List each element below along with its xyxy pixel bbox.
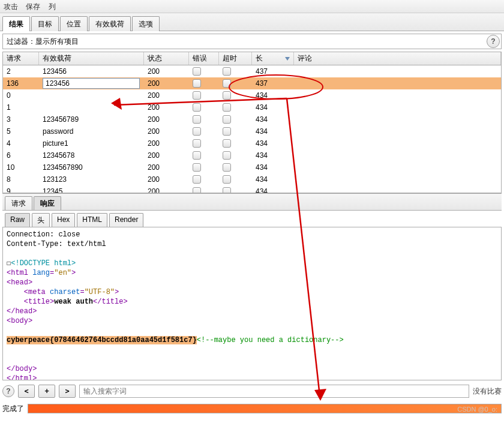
cell-status: 200	[144, 77, 189, 89]
error-checkbox[interactable]	[193, 67, 201, 76]
timeout-checkbox[interactable]	[223, 67, 231, 76]
timeout-checkbox[interactable]	[223, 163, 231, 172]
payload-input[interactable]	[43, 78, 140, 89]
status-label: 完成了	[2, 404, 24, 414]
error-checkbox[interactable]	[193, 139, 201, 148]
cell-comment	[294, 89, 501, 101]
timeout-checkbox[interactable]	[223, 139, 231, 148]
error-checkbox[interactable]	[193, 127, 201, 136]
search-add-button[interactable]: +	[38, 385, 55, 398]
timeout-checkbox[interactable]	[223, 151, 231, 160]
error-checkbox[interactable]	[193, 163, 201, 172]
error-checkbox[interactable]	[193, 79, 201, 88]
col-length[interactable]: 长	[252, 52, 294, 65]
table-body[interactable]: 2123456200437136200437020043412004343123…	[3, 65, 501, 193]
table-row[interactable]: 2123456200437	[3, 65, 501, 77]
cell-request: 2	[3, 65, 39, 77]
cell-payload: 1234567890	[39, 161, 144, 173]
table-row[interactable]: 5password200434	[3, 125, 501, 137]
req-resp-tabs: 请求 响应	[2, 193, 502, 211]
search-input[interactable]	[79, 385, 469, 398]
html-open: <html lang="en">	[7, 269, 76, 277]
timeout-checkbox[interactable]	[223, 175, 231, 184]
cell-request: 5	[3, 125, 39, 137]
response-raw[interactable]: Connection: close Content-Type: text/htm…	[2, 227, 502, 380]
table-row[interactable]: 912345200434	[3, 185, 501, 193]
tab-target[interactable]: 目标	[31, 16, 59, 31]
cell-status: 200	[144, 185, 189, 193]
error-checkbox[interactable]	[193, 151, 201, 160]
tab-options[interactable]: 选项	[132, 16, 160, 31]
title-text: weak auth	[54, 298, 93, 306]
cell-timeout	[219, 185, 252, 193]
tab-response[interactable]: 响应	[34, 196, 61, 210]
menu-bar: 攻击 保存 列	[0, 0, 504, 13]
tab-hex[interactable]: Hex	[52, 213, 75, 227]
col-request[interactable]: 请求	[3, 52, 39, 65]
table-row[interactable]: 612345678200434	[3, 149, 501, 161]
tab-raw[interactable]: Raw	[5, 213, 30, 227]
view-tabs: Raw 头 Hex HTML Render	[2, 211, 502, 227]
timeout-checkbox[interactable]	[223, 79, 231, 88]
menu-columns[interactable]: 列	[49, 0, 56, 13]
tab-results[interactable]: 结果	[2, 16, 30, 31]
table-row[interactable]: 101234567890200434	[3, 161, 501, 173]
error-checkbox[interactable]	[193, 91, 201, 100]
timeout-checkbox[interactable]	[223, 127, 231, 136]
cell-timeout	[219, 65, 252, 77]
tab-payloads[interactable]: 有效载荷	[89, 16, 131, 31]
search-status: 没有比赛	[473, 386, 502, 397]
tab-render[interactable]: Render	[109, 213, 143, 227]
cell-status: 200	[144, 101, 189, 113]
cell-comment	[294, 77, 501, 89]
tab-headers[interactable]: 头	[32, 213, 50, 227]
cell-error	[189, 173, 219, 185]
error-checkbox[interactable]	[193, 115, 201, 124]
cell-payload: 123123	[39, 173, 144, 185]
tab-request[interactable]: 请求	[5, 196, 32, 210]
filter-bar[interactable]: 过滤器：显示所有项目 ?	[2, 34, 502, 49]
menu-attack[interactable]: 攻击	[4, 0, 18, 13]
cell-error	[189, 185, 219, 193]
cell-request: 9	[3, 185, 39, 193]
tab-html[interactable]: HTML	[77, 213, 107, 227]
col-status[interactable]: 状态	[144, 52, 189, 65]
timeout-checkbox[interactable]	[223, 115, 231, 124]
table-row[interactable]: 0200434	[3, 89, 501, 101]
meta: <meta charset="UTF-8">	[24, 288, 119, 296]
tab-positions[interactable]: 位置	[60, 16, 88, 31]
timeout-checkbox[interactable]	[223, 187, 231, 193]
col-timeout[interactable]: 超时	[219, 52, 252, 65]
col-comment[interactable]: 评论	[294, 52, 501, 65]
col-error[interactable]: 错误	[189, 52, 219, 65]
search-help-button[interactable]: ?	[2, 385, 14, 397]
cell-length: 437	[252, 65, 294, 77]
cell-length: 434	[252, 173, 294, 185]
table-row[interactable]: 1200434	[3, 101, 501, 113]
error-checkbox[interactable]	[193, 103, 201, 112]
cell-length: 437	[252, 77, 294, 89]
error-checkbox[interactable]	[193, 187, 201, 193]
search-prev-button[interactable]: <	[18, 385, 35, 398]
search-next-button[interactable]: >	[59, 385, 76, 398]
table-row[interactable]: 136200437	[3, 77, 501, 89]
cell-status: 200	[144, 161, 189, 173]
menu-save[interactable]: 保存	[26, 0, 40, 13]
table-row[interactable]: 3123456789200434	[3, 113, 501, 125]
cell-comment	[294, 185, 501, 193]
cell-payload: picture1	[39, 137, 144, 149]
table-row[interactable]: 8123123200434	[3, 173, 501, 185]
timeout-checkbox[interactable]	[223, 91, 231, 100]
cell-status: 200	[144, 137, 189, 149]
cell-timeout	[219, 137, 252, 149]
help-button[interactable]: ?	[487, 35, 500, 48]
table-row[interactable]: 4picture1200434	[3, 137, 501, 149]
search-bar: ? < + > 没有比赛	[2, 383, 502, 400]
flag-text: cyberpeace{07846462764bccdd81a0aa45d1f58…	[7, 336, 197, 344]
cell-payload: 12345678	[39, 149, 144, 161]
filter-label: 过滤器：显示所有项目	[3, 37, 487, 47]
head-close: </head>	[7, 307, 37, 316]
col-payload[interactable]: 有效载荷	[39, 52, 144, 65]
error-checkbox[interactable]	[193, 175, 201, 184]
timeout-checkbox[interactable]	[223, 103, 231, 112]
